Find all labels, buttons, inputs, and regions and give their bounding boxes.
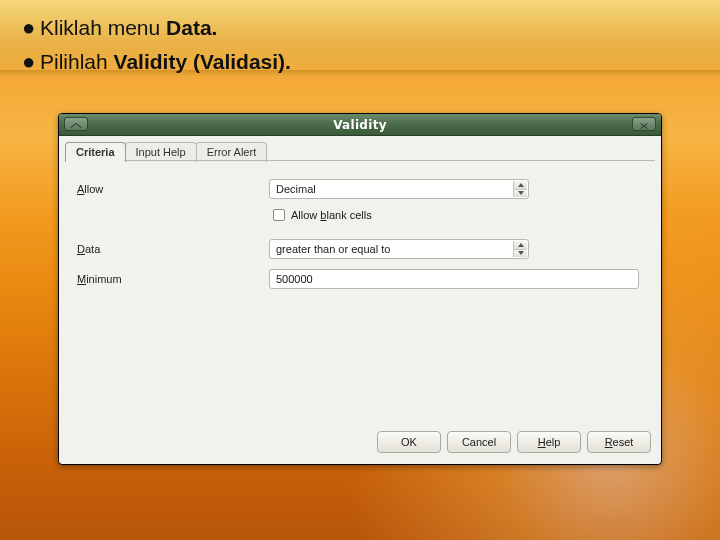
allow-select[interactable]: Decimal [269,179,529,199]
dialog-button-row: OK Cancel Help Reset [59,428,661,464]
reset-button[interactable]: Reset [587,431,651,453]
instruction-item-2: ● Pilihlah Validity (Validasi). [22,46,698,78]
instruction-2-text: Pilihlah [40,50,114,73]
chevron-down-icon[interactable] [513,190,527,198]
blank-cells-label: Allow blank cells [291,209,372,221]
data-row: Data greater than or equal to [73,239,647,259]
dialog-title: Validity [333,118,387,132]
blank-cells-row: Allow blank cells [273,209,647,221]
instruction-list: ● Kliklah menu Data. ● Pilihlah Validity… [22,12,698,80]
instruction-1-text: Kliklah menu [40,16,166,39]
allow-row: Allow Decimal [73,179,647,199]
instruction-2-bold: Validity (Validasi). [114,50,291,73]
chevron-down-icon[interactable] [513,250,527,258]
window-menu-button[interactable] [64,117,88,131]
bullet-glyph: ● [22,46,40,78]
minimum-label: Minimum [73,273,269,285]
help-button[interactable]: Help [517,431,581,453]
tab-criteria[interactable]: Criteria [65,142,126,162]
criteria-panel: Allow Decimal Allow blank cells Data [59,161,661,428]
close-button[interactable] [632,117,656,131]
ok-button[interactable]: OK [377,431,441,453]
cancel-button[interactable]: Cancel [447,431,511,453]
allow-spinner[interactable] [513,181,527,197]
instruction-item-1: ● Kliklah menu Data. [22,12,698,44]
allow-value: Decimal [276,183,316,195]
data-spinner[interactable] [513,241,527,257]
minimum-row: Minimum 500000 [73,269,647,289]
allow-label: Allow [73,183,269,195]
validity-dialog: Validity Criteria Input Help Error Alert… [58,113,662,465]
chevron-up-icon[interactable] [513,241,527,250]
data-label: Data [73,243,269,255]
chevron-up-icon[interactable] [513,181,527,190]
minimum-value: 500000 [276,273,313,285]
instruction-1-bold: Data. [166,16,217,39]
tab-bar: Criteria Input Help Error Alert [59,136,661,161]
data-value: greater than or equal to [276,243,390,255]
minimum-input[interactable]: 500000 [269,269,639,289]
data-select[interactable]: greater than or equal to [269,239,529,259]
titlebar[interactable]: Validity [59,114,661,136]
tab-input-help[interactable]: Input Help [125,142,197,162]
tab-error-alert[interactable]: Error Alert [196,142,268,162]
blank-cells-checkbox[interactable] [273,209,285,221]
bullet-glyph: ● [22,12,40,44]
